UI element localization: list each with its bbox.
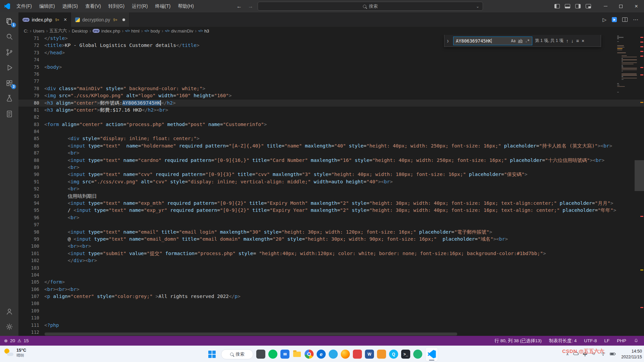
run-and-debug-icon[interactable] <box>0 60 18 75</box>
code-line[interactable]: 93 信用咭到期日 <box>18 193 644 200</box>
encoding-status[interactable]: UTF-8 <box>584 338 597 343</box>
code-line[interactable]: 108 <box>18 300 644 307</box>
breadcrumb-item[interactable]: Users <box>33 28 45 34</box>
close-button[interactable]: × <box>629 0 644 12</box>
open-preview-button[interactable] <box>612 17 617 22</box>
code-line[interactable]: 92 <br> <box>18 185 644 192</box>
settings-icon[interactable] <box>0 319 18 335</box>
vscode-icon[interactable] <box>425 347 438 361</box>
app-red-icon[interactable] <box>353 350 362 359</box>
breadcrumb-item[interactable]: </>div.mainDiv <box>165 28 193 34</box>
minimap[interactable] <box>616 36 634 95</box>
mail-icon[interactable]: ✉ <box>280 350 289 359</box>
weather-widget[interactable]: 15°C 晴朗 <box>4 348 26 358</box>
code-line[interactable]: 80<h3 align="center">郵件號碼:AY806369745HK<… <box>18 100 644 107</box>
code-line[interactable]: 90 <input type="text" name="cvv" require… <box>18 171 644 178</box>
language-mode-status[interactable]: PHP <box>617 338 626 343</box>
regex-button[interactable]: .* <box>525 39 530 43</box>
toggle-secondary-sidebar-button[interactable] <box>575 4 581 8</box>
notebook-icon[interactable] <box>0 106 18 122</box>
command-center-search[interactable]: 搜索 ⌄ <box>258 2 483 11</box>
split-editor-button[interactable] <box>622 17 628 22</box>
code-line[interactable]: 98 <input type="text" name="email" title… <box>18 229 644 236</box>
menu-item[interactable]: 转到(G) <box>105 0 128 12</box>
breadcrumb-item[interactable]: 五五六六 <box>49 28 67 34</box>
code-line[interactable]: 94 <input type="text" name="exp_mth" req… <box>18 200 644 207</box>
eol-status[interactable]: LF <box>604 338 609 343</box>
app-blue-icon[interactable] <box>329 350 338 359</box>
breadcrumb-item[interactable]: </>h3 <box>198 28 209 34</box>
close-find-button[interactable]: × <box>582 38 584 44</box>
indentation-status[interactable]: 制表符长度: 4 <box>549 338 577 344</box>
find-input[interactable]: AY806369745HK Aa ab .* <box>453 37 532 45</box>
toggle-replace-button[interactable]: › <box>447 37 450 45</box>
code-line[interactable]: 75<body> <box>18 64 644 71</box>
code-line[interactable]: 110 <box>18 314 644 321</box>
tab-decryption.py[interactable]: decryption.py9+ <box>71 12 129 27</box>
qq-icon[interactable]: Q <box>389 350 398 359</box>
code-line[interactable]: 100 <br><br> <box>18 243 644 250</box>
extensions-icon[interactable]: 3 <box>0 75 18 91</box>
source-control-icon[interactable] <box>0 45 18 60</box>
horizontal-scrollbar[interactable] <box>45 333 457 336</box>
code-line[interactable]: 96 <br> <box>18 214 644 221</box>
wechat-icon[interactable] <box>268 350 277 359</box>
code-line[interactable]: 85 <div style="display: inline; float: c… <box>18 135 644 142</box>
code-line[interactable]: 107<p align="center" style="color:grey;"… <box>18 293 644 300</box>
notifications-bell-icon[interactable] <box>634 338 639 344</box>
breadcrumb-item[interactable]: </>html <box>125 28 140 34</box>
battery-icon[interactable] <box>610 351 616 357</box>
code-line[interactable]: 88 <input type="text" name="cardno" requ… <box>18 157 644 164</box>
code-line[interactable]: 82 <box>18 114 644 121</box>
minimize-button[interactable] <box>598 0 613 12</box>
code-line[interactable]: 79<img src="./css/KPlogo.png" alt="logo"… <box>18 92 644 99</box>
chrome-icon[interactable] <box>305 350 314 359</box>
breadcrumb-item[interactable]: </>body <box>145 28 160 34</box>
code-line[interactable]: 83<form align="center" action="process.p… <box>18 121 644 128</box>
explorer-icon[interactable]: 1 <box>0 14 18 29</box>
code-line[interactable]: 87 <br> <box>18 149 644 157</box>
code-line[interactable]: 74 <box>18 56 644 63</box>
more-actions-button[interactable]: ⋯ <box>633 16 639 23</box>
breadcrumb-item[interactable]: Desktop <box>72 28 88 34</box>
code-line[interactable]: 86 <input type="text" name="holdername" … <box>18 142 644 149</box>
firefox-icon[interactable] <box>341 350 350 359</box>
problems-status[interactable]: ⊗ 20 ⚠ 15 <box>0 338 29 343</box>
breadcrumb-item[interactable]: phpindex.php <box>93 28 120 34</box>
code-line[interactable]: 103 <box>18 264 644 272</box>
next-match-button[interactable]: ↓ <box>571 38 574 44</box>
code-line[interactable]: 109 <box>18 307 644 314</box>
vertical-scrollbar[interactable] <box>635 160 644 191</box>
testing-icon[interactable] <box>0 91 18 106</box>
app-dark-icon[interactable] <box>256 350 265 359</box>
code-line[interactable]: 105</form> <box>18 279 644 286</box>
code-line[interactable]: 111<?php <box>18 322 644 329</box>
code-line[interactable]: 97 <box>18 221 644 228</box>
match-case-button[interactable]: Aa <box>511 39 516 43</box>
start-button[interactable] <box>206 348 218 360</box>
code-line[interactable]: 81<h3 align="center">郵費:$17.16 HKD</h2><… <box>18 107 644 114</box>
code-line[interactable]: 104 <box>18 272 644 279</box>
close-tab-icon[interactable]: × <box>64 17 67 23</box>
account-icon[interactable] <box>0 304 18 319</box>
menu-item[interactable]: 终端(T) <box>152 0 174 12</box>
menu-item[interactable]: 选择(S) <box>59 0 82 12</box>
code-line[interactable]: 73</head> <box>18 49 644 56</box>
forward-button[interactable]: → <box>248 3 253 9</box>
edge-icon[interactable]: e <box>317 350 326 359</box>
customize-layout-button[interactable] <box>586 4 591 8</box>
search-icon[interactable] <box>0 29 18 45</box>
maximize-button[interactable] <box>613 0 629 12</box>
app-green-icon[interactable] <box>413 350 422 359</box>
clock[interactable]: 14:50 2022/11/15 <box>621 349 642 360</box>
code-line[interactable]: 91 <img src="./css/cvv.png" alt="cvv" st… <box>18 178 644 185</box>
terminal-icon[interactable]: >_ <box>401 350 410 359</box>
taskbar-search[interactable]: 搜索 <box>221 349 253 359</box>
whole-word-button[interactable]: ab <box>518 39 523 43</box>
previous-match-button[interactable]: ↑ <box>566 38 569 44</box>
code-line[interactable]: 89 <br> <box>18 164 644 171</box>
code-line[interactable]: 101 <input type="submit" value="提交" form… <box>18 250 644 257</box>
code-line[interactable]: 102 </div><br> <box>18 257 644 264</box>
app-orange-icon[interactable] <box>377 350 386 359</box>
menu-item[interactable]: 文件(F) <box>13 0 36 12</box>
